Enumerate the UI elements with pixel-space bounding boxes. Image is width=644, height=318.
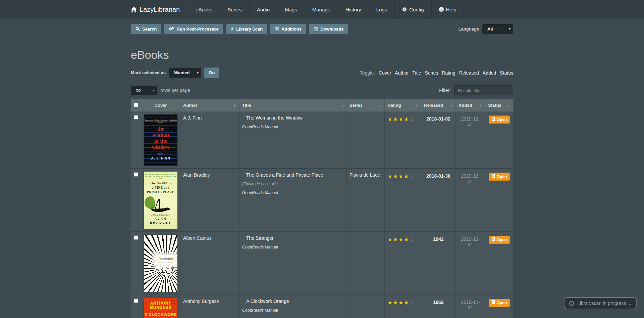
nav-item-audio[interactable]: Audio [249,0,277,19]
book-cover-graves-fine-private-place[interactable]: From the New York Times bestselling auth… [144,172,177,229]
brand-label: LazyLibrarian [140,6,180,13]
search-button[interactable]: Search [131,24,161,34]
book-cover-woman-in-the-window[interactable]: “Astounding. Thrilling. Amazing.” —GILLI… [144,115,177,166]
added-cell: 2019-12-31 [456,169,485,232]
status-cell: Open [485,169,514,232]
brand-home-link[interactable]: LazyLibrarian [131,0,188,19]
book-icon [492,300,495,305]
nav-item-mags[interactable]: Mags [277,0,305,19]
nav-item-help[interactable]: ? Help [431,0,464,19]
title-link[interactable]: The Stranger [242,235,274,241]
series-cell: Flavia de Luce [347,169,385,232]
source-note: GoodReads Manual [242,308,344,313]
nav-item-series[interactable]: Series [220,0,249,19]
help-icon: ? [439,7,444,12]
book-icon [492,174,495,179]
book-cover-clockwork-orange[interactable]: ANTHONY BURGESS A CLOCKWORK ORANGE [144,298,177,318]
toggle-cover[interactable]: Cover [379,70,391,76]
calendar-plus-icon [275,27,279,31]
author-link[interactable]: Anthony Burgess [183,299,219,304]
header-rating[interactable]: Rating↓↑ [385,99,421,112]
released-cell: 2018-01-02 [421,112,456,169]
star-icon: ★ [393,300,398,306]
run-post-processor-button[interactable]: Run Post-Processor [164,24,223,34]
book-cover-the-stranger[interactable]: The Stranger ALBERT CAMUS [144,235,177,292]
mark-selected-select-wrap: Wanted ▾ [169,68,201,78]
sort-icon: ↓↑ [450,103,453,108]
star-icon: ★ [404,173,409,180]
author-link[interactable]: Alan Bradley [183,172,210,178]
title-cell: The Woman in the Window GoodReads Manual [239,112,347,169]
star-icon: ★ [387,173,393,180]
bolt-icon [230,27,234,31]
header-status[interactable]: Status↓↑ [485,99,514,112]
open-status-button[interactable]: Open [489,299,510,307]
sort-icon: ↓↑ [507,103,511,108]
open-status-button[interactable]: Open [489,173,510,181]
toggle-released[interactable]: Released [459,70,479,76]
header-cover[interactable]: Cover [141,99,180,112]
results-filter-input[interactable] [454,85,513,95]
nav-item-manage[interactable]: Manage [305,0,338,19]
toggle-series[interactable]: Series [425,70,438,76]
nav-item-logs[interactable]: Logs [369,0,395,19]
status-cell: Open [485,295,514,318]
downloads-button[interactable]: Downloads [309,24,348,34]
additions-button[interactable]: Additions [270,24,306,34]
row-select-checkbox[interactable] [134,172,138,177]
nav-item-ebooks[interactable]: eBooks [188,0,220,19]
star-icon: ☆ [409,300,415,306]
book-icon [492,117,495,122]
rows-per-page-select[interactable]: 10 [131,86,157,95]
table-header-row: Cover Author↓↑ Title↓↑ Series↓↑ Rating↓↑… [131,99,514,112]
added-cell: 2019-12-31 [456,232,485,295]
toggle-status[interactable]: Status [500,70,513,76]
source-note: GoodReads Manual [242,245,344,249]
title-link[interactable]: A Clockwork Orange [242,299,289,304]
title-cell: The Graves a Fine and Private Place (Fla… [239,169,347,232]
author-link[interactable]: A.J. Finn [183,115,202,121]
ebooks-table: Cover Author↓↑ Title↓↑ Series↓↑ Rating↓↑… [131,99,514,318]
row-select-checkbox[interactable] [134,235,138,240]
row-select-checkbox[interactable] [134,115,138,120]
star-icon: ★ [393,236,398,243]
series-link[interactable]: Flavia de Luce [350,172,380,178]
added-cell: 2019-12-31 [456,112,485,169]
open-status-button[interactable]: Open [489,236,510,244]
released-cell: 2018-01-30 [421,169,456,232]
svg-text:?: ? [440,8,442,11]
toggle-rating[interactable]: Rating [442,70,455,76]
series-cell [347,112,385,169]
mark-selected-select[interactable]: Wanted [169,68,201,78]
header-released[interactable]: Released↓↑ [421,99,456,112]
table-row: ANTHONY BURGESS A CLOCKWORK ORANGE Antho… [131,295,514,318]
nav-item-config[interactable]: Config [394,0,431,19]
toggle-author[interactable]: Author [395,70,409,76]
header-added[interactable]: Added↓↑ [456,99,485,112]
series-cell [347,232,385,295]
star-icon: ★ [398,236,404,243]
added-cell: 2019-12-31 [456,295,485,318]
language-select[interactable]: All [482,24,513,34]
library-scan-button[interactable]: Library Scan [226,24,267,34]
header-title[interactable]: Title↓↑ [239,99,347,112]
select-all-checkbox[interactable] [134,103,138,107]
title-cell: The Stranger GoodReads Manual [239,232,347,295]
open-status-button[interactable]: Open [489,116,510,124]
toggle-added[interactable]: Added [483,70,496,76]
title-link[interactable]: The Woman in the Window [242,115,303,121]
star-icon: ★ [404,116,409,123]
header-series[interactable]: Series↓↑ [347,99,385,112]
toggle-title[interactable]: Title [413,70,421,76]
rows-per-page-select-wrap: 10 ▾ [131,86,157,95]
header-author[interactable]: Author↓↑ [180,99,239,112]
go-button[interactable]: Go [204,67,219,78]
nav-item-history[interactable]: History [338,0,369,19]
rating-cell: ★★★★☆ [385,112,421,169]
title-link[interactable]: The Graves a Fine and Private Place [242,172,323,178]
author-link[interactable]: Albert Camus [183,235,212,241]
sort-icon: ↓↑ [341,103,344,108]
author-cell: Alan Bradley [180,169,239,232]
star-icon: ★ [387,116,393,123]
row-select-checkbox[interactable] [134,299,138,303]
